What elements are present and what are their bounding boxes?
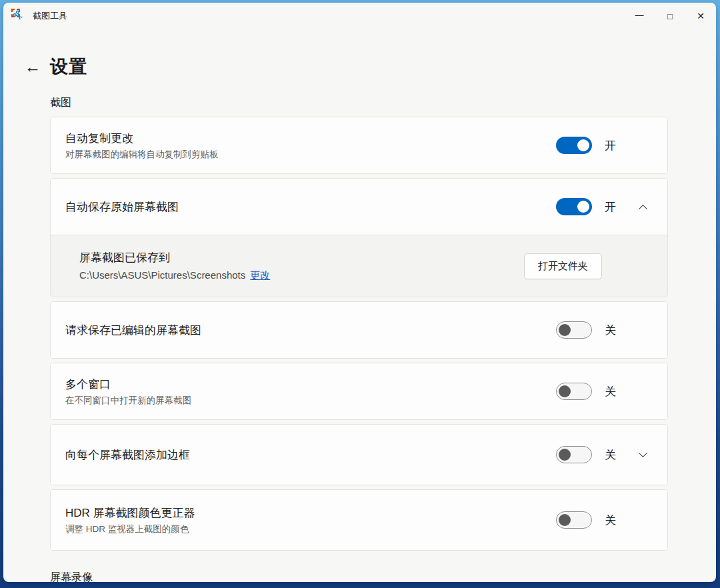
toggle-knob: [559, 514, 571, 526]
snipping-tool-settings-window: 截图工具 — □ ✕ ← 设置 截图 自动复制更改 对屏幕截图的编辑将自动复制到…: [3, 3, 716, 582]
section-label-recording: 屏幕录像: [50, 571, 716, 582]
setting-title: HDR 屏幕截图颜色更正器: [65, 505, 548, 521]
save-location-title: 屏幕截图已保存到: [79, 250, 524, 265]
toggle-knob: [577, 201, 589, 213]
expander-header[interactable]: 自动保存原始屏幕截图 开: [51, 179, 667, 235]
close-button[interactable]: ✕: [685, 3, 716, 29]
title-bar: 截图工具 — □ ✕: [3, 3, 716, 29]
open-folder-button[interactable]: 打开文件夹: [524, 253, 602, 279]
add-border-toggle[interactable]: [556, 446, 592, 463]
save-location-panel: 屏幕截图已保存到 C:\Users\ASUS\Pictures\Screensh…: [51, 235, 667, 297]
snipping-tool-icon: [11, 8, 27, 24]
page-title: 设置: [50, 55, 87, 79]
setting-title: 自动保存原始屏幕截图: [65, 199, 548, 215]
card-auto-copy-changes: 自动复制更改 对屏幕截图的编辑将自动复制到剪贴板 开: [50, 117, 668, 174]
toggle-knob: [559, 385, 571, 397]
card-add-border: 向每个屏幕截图添加边框 关: [50, 424, 668, 485]
toggle-state-label: 开: [605, 138, 618, 153]
toggle-state-label: 关: [605, 323, 618, 338]
toggle-state-label: 关: [605, 384, 618, 399]
maximize-button[interactable]: □: [655, 3, 685, 29]
chevron-down-icon[interactable]: [639, 449, 647, 457]
window-title: 截图工具: [33, 10, 67, 22]
setting-title: 自动复制更改: [65, 131, 548, 146]
scissors-icon: [13, 10, 25, 22]
hdr-corrector-toggle[interactable]: [556, 511, 592, 529]
toggle-knob: [559, 449, 571, 461]
card-hdr-color-corrector: HDR 屏幕截图颜色更正器 调整 HDR 监视器上截图的颜色 关: [50, 489, 668, 551]
save-location-path: C:\Users\ASUS\Pictures\Screenshots: [79, 269, 245, 281]
setting-subtitle: 调整 HDR 监视器上截图的颜色: [65, 523, 548, 535]
window-controls: — □ ✕: [624, 3, 716, 29]
setting-row: 自动复制更改 对屏幕截图的编辑将自动复制到剪贴板 开: [51, 117, 667, 173]
setting-title: 多个窗口: [65, 377, 548, 392]
card-auto-save-original: 自动保存原始屏幕截图 开 屏幕截图已保存到 C:\Users\ASUS\Pict…: [50, 178, 668, 297]
page-header: ← 设置: [21, 55, 716, 79]
card-multiple-windows: 多个窗口 在不同窗口中打开新的屏幕截图 关: [50, 363, 668, 420]
toggle-state-label: 关: [605, 447, 618, 463]
multiple-windows-toggle[interactable]: [556, 383, 592, 400]
auto-save-toggle[interactable]: [556, 198, 592, 215]
setting-subtitle: 在不同窗口中打开新的屏幕截图: [65, 395, 548, 407]
expander-header[interactable]: 向每个屏幕截图添加边框 关: [51, 425, 667, 485]
setting-row: 请求保存已编辑的屏幕截图 关: [51, 302, 667, 358]
toggle-knob: [559, 324, 571, 336]
minimize-button[interactable]: —: [624, 3, 655, 29]
setting-title: 请求保存已编辑的屏幕截图: [65, 323, 548, 338]
chevron-up-icon[interactable]: [639, 204, 647, 213]
change-location-link[interactable]: 更改: [250, 269, 270, 281]
card-ask-save-edited: 请求保存已编辑的屏幕截图 关: [50, 301, 668, 359]
toggle-state-label: 开: [605, 199, 618, 215]
auto-copy-toggle[interactable]: [556, 137, 592, 154]
toggle-state-label: 关: [605, 513, 618, 528]
setting-subtitle: 对屏幕截图的编辑将自动复制到剪贴板: [65, 149, 548, 161]
setting-row: HDR 屏幕截图颜色更正器 调整 HDR 监视器上截图的颜色 关: [51, 490, 667, 550]
back-button[interactable]: ←: [21, 57, 45, 77]
section-label-snipping: 截图: [50, 96, 716, 110]
ask-save-toggle[interactable]: [556, 321, 592, 339]
settings-card-list: 自动复制更改 对屏幕截图的编辑将自动复制到剪贴板 开 自动保存原始屏幕截图: [50, 117, 668, 551]
desktop-backdrop: 截图工具 — □ ✕ ← 设置 截图 自动复制更改 对屏幕截图的编辑将自动复制到…: [0, 0, 720, 588]
setting-row: 多个窗口 在不同窗口中打开新的屏幕截图 关: [51, 363, 667, 419]
toggle-knob: [577, 139, 589, 151]
setting-title: 向每个屏幕截图添加边框: [65, 447, 548, 463]
